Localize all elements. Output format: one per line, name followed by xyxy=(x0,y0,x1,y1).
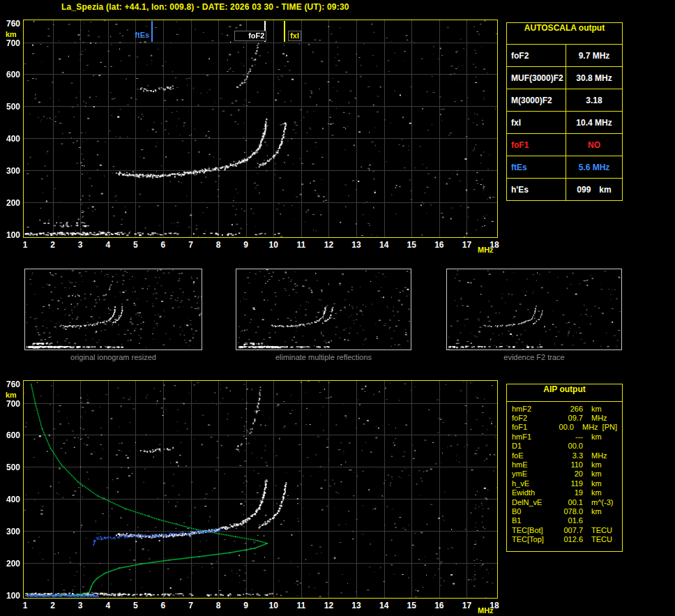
aip-row-unit: km xyxy=(591,507,602,516)
autoscala-row: foF29.7 MHz xyxy=(507,45,622,67)
bottom-x-tick-label: 15 xyxy=(404,601,419,610)
thumb-evidence-f2 xyxy=(446,269,622,350)
aip-row-label: Ewidth xyxy=(512,488,555,497)
autoscala-row-label: M(3000)F2 xyxy=(507,89,566,111)
aip-row: Ewidth19km xyxy=(507,488,622,497)
aip-row: TEC[Bot]007.7TECU xyxy=(507,525,622,534)
aip-row-label: B1 xyxy=(512,516,555,525)
autoscala-row-label: ftEs xyxy=(507,156,566,178)
aip-row-unit: MHz xyxy=(591,451,607,460)
aip-row: ymE20km xyxy=(507,469,622,479)
aip-row-unit: m^(-3) xyxy=(591,498,613,506)
autoscala-row-value-text: 10.4 MHz xyxy=(576,118,612,128)
aip-output-panel: AIP output hmF2266kmfoF209.7MHzfoF100.0M… xyxy=(506,384,623,552)
bottom-y-tick-label: 300 xyxy=(2,527,20,536)
aip-row: foF209.7MHz xyxy=(507,413,622,422)
thumb-caption-eliminate: eliminate multiple reflections xyxy=(236,353,411,361)
aip-row-value: 119 xyxy=(555,479,583,488)
top-x-tick-label: 17 xyxy=(459,240,474,250)
bottom-x-tick-label: 8 xyxy=(211,601,226,610)
aip-row-value: 3.3 xyxy=(555,451,583,460)
aip-row-label: hmE xyxy=(512,460,555,469)
marker-label-fof2: foF2 xyxy=(234,31,266,41)
bottom-y-tick-label: 400 xyxy=(2,495,20,504)
autoscala-row-value: NO xyxy=(566,134,622,156)
aip-row: hmF1---km xyxy=(507,432,622,441)
autoscala-row-value: 9.7 MHz xyxy=(566,45,622,66)
top-y-tick-label: 500 xyxy=(2,102,20,112)
aip-row-unit: TECU xyxy=(591,535,612,543)
thumb-original-canvas xyxy=(25,269,202,350)
aip-row: hmF2266km xyxy=(507,404,622,413)
aip-row: D100.0 xyxy=(507,442,622,451)
top-x-tick-label: 4 xyxy=(100,240,116,250)
top-x-tick-label: 13 xyxy=(349,240,364,250)
aip-row-unit: km xyxy=(591,488,602,497)
autoscala-panel-title: AUTOSCALA output xyxy=(507,23,622,45)
thumb-eliminate-reflections xyxy=(236,269,411,350)
aip-row-value: 007.7 xyxy=(555,526,583,534)
autoscala-window: La_Spezia (lat: +44.1, lon: 009.8) - DAT… xyxy=(0,0,675,616)
top-x-tick-label: 5 xyxy=(128,240,143,250)
aip-row-label: foE xyxy=(512,451,555,460)
aip-row-unit: km xyxy=(591,479,602,488)
top-y-axis-unit: km xyxy=(6,30,17,38)
autoscala-row-value-text: 9.7 MHz xyxy=(579,51,610,61)
bottom-y-tick-label: 200 xyxy=(2,559,20,569)
aip-row: hmE110km xyxy=(507,460,622,469)
top-x-tick-label: 3 xyxy=(73,240,88,250)
thumb-eliminate-canvas xyxy=(236,269,411,350)
autoscala-row-value: 10.4 MHz xyxy=(566,112,622,133)
autoscala-row-label: MUF(3000)F2 xyxy=(507,67,566,89)
top-x-axis-unit: MHz xyxy=(478,246,494,254)
aip-row-label: TEC[Top] xyxy=(512,535,555,543)
aip-row-unit: km xyxy=(591,433,602,441)
top-x-tick-label: 2 xyxy=(45,240,61,250)
top-y-tick-label: 100 xyxy=(2,230,20,240)
aip-row-label: B0 xyxy=(512,507,555,516)
bottom-x-tick-label: 7 xyxy=(183,601,199,610)
aip-row-unit: MHz xyxy=(591,414,607,422)
bottom-x-tick-label: 17 xyxy=(459,601,474,610)
bottom-x-axis-unit: MHz xyxy=(478,606,494,615)
aip-row-value: --- xyxy=(555,433,583,441)
ionogram-top-plot xyxy=(23,20,498,238)
top-x-tick-label: 10 xyxy=(266,240,281,250)
autoscala-row-value: 30.8 MHz xyxy=(566,67,622,89)
bottom-x-tick-label: 12 xyxy=(321,601,336,610)
autoscala-row-value: 099km xyxy=(566,179,622,200)
aip-row-unit: km xyxy=(591,469,602,478)
aip-row-extra: [PN] xyxy=(602,423,617,431)
bottom-x-tick-label: 4 xyxy=(100,601,116,610)
bottom-x-tick-label: 1 xyxy=(17,601,33,610)
top-y-tick-label: 200 xyxy=(2,198,20,208)
autoscala-row: h'Es099km xyxy=(507,179,622,200)
autoscala-row: foF1NO xyxy=(507,134,622,156)
marker-label-fxi: fxI xyxy=(288,31,301,41)
ionogram-top-canvas xyxy=(24,20,497,237)
top-x-tick-label: 9 xyxy=(238,240,254,250)
bottom-x-tick-label: 16 xyxy=(432,601,447,610)
aip-row-label: foF2 xyxy=(512,414,555,422)
autoscala-row: fxI10.4 MHz xyxy=(507,112,622,134)
bottom-y-tick-label: 500 xyxy=(2,463,20,472)
thumb-caption-original: original ionogram resized xyxy=(24,353,202,361)
aip-row-value: 266 xyxy=(555,405,583,413)
autoscala-row-value: 3.18 xyxy=(566,89,622,111)
aip-row-label: DelN_vE xyxy=(512,498,555,506)
top-x-tick-label: 8 xyxy=(211,240,226,250)
autoscala-row-label: foF2 xyxy=(507,45,566,66)
aip-row-label: foF1 xyxy=(512,423,549,431)
aip-row: DelN_vE00.1m^(-3) xyxy=(507,497,622,506)
bottom-x-tick-label: 10 xyxy=(266,601,281,610)
bottom-y-tick-label: 700 xyxy=(2,399,20,409)
ionogram-bottom-plot xyxy=(23,380,498,599)
aip-row-unit: TECU xyxy=(591,526,612,534)
bottom-y-tick-label: 760 xyxy=(2,380,20,389)
autoscala-row-label: h'Es xyxy=(507,179,566,200)
marker-label-ftes: ftEs xyxy=(121,31,149,40)
aip-row-label: hmF1 xyxy=(512,433,555,441)
aip-row-value: 012.6 xyxy=(555,535,583,543)
top-x-tick-label: 16 xyxy=(432,240,447,250)
station-date-title: La_Spezia (lat: +44.1, lon: 009.8) - DAT… xyxy=(61,2,349,12)
